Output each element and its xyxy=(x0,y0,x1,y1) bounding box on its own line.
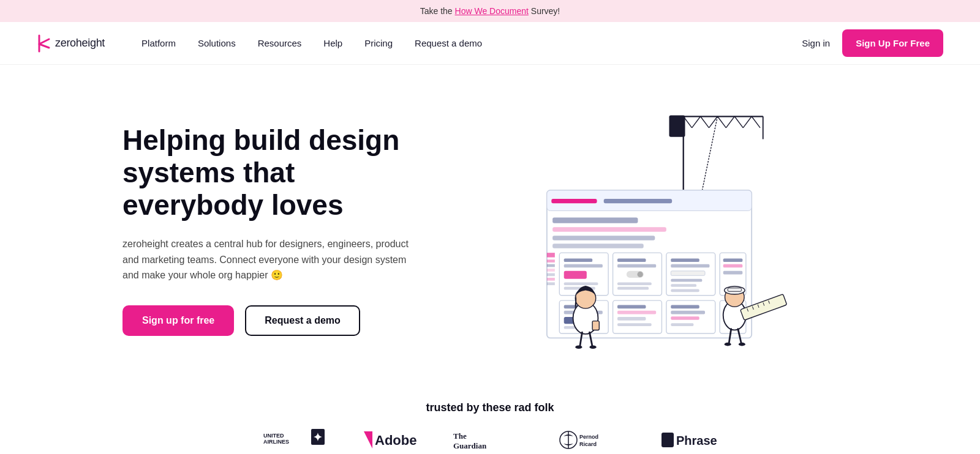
svg-text:UNITED: UNITED xyxy=(263,433,284,439)
hero-buttons: Sign up for free Request a demo xyxy=(123,305,417,336)
svg-line-8 xyxy=(726,116,734,128)
svg-rect-70 xyxy=(671,316,699,320)
illustration-svg xyxy=(490,108,809,352)
svg-rect-42 xyxy=(617,264,656,268)
trusted-section: trusted by these rad folk UNITED AIRLINE… xyxy=(0,383,980,454)
nav-item-solutions[interactable]: Solutions xyxy=(198,38,236,48)
svg-rect-50 xyxy=(671,279,702,282)
svg-rect-52 xyxy=(671,289,699,292)
svg-line-10 xyxy=(743,116,752,128)
svg-rect-37 xyxy=(564,264,603,268)
navbar: zeroheight Platform Solutions Resources … xyxy=(0,22,980,65)
svg-line-7 xyxy=(717,116,726,128)
logo[interactable]: zeroheight xyxy=(37,34,105,53)
logo-text: zeroheight xyxy=(55,37,105,50)
svg-rect-27 xyxy=(547,264,555,267)
svg-rect-55 xyxy=(723,271,743,275)
nav-item-resources[interactable]: Resources xyxy=(258,38,302,48)
brand-guardian: The Guardian xyxy=(453,429,521,451)
logos-row: UNITED AIRLINES ✦ Adobe The Guardian xyxy=(37,429,943,451)
svg-rect-65 xyxy=(617,311,656,314)
svg-rect-51 xyxy=(671,284,696,287)
svg-line-4 xyxy=(692,116,701,128)
svg-rect-23 xyxy=(552,236,655,240)
banner-text-after: Survey! xyxy=(529,6,560,16)
nav-item-platform[interactable]: Platform xyxy=(141,38,176,48)
svg-rect-19 xyxy=(551,199,597,203)
svg-rect-104 xyxy=(662,433,674,447)
nav-links: Platform Solutions Resources Help Pricin… xyxy=(141,38,802,48)
svg-rect-38 xyxy=(564,271,587,279)
svg-text:Ricard: Ricard xyxy=(579,441,597,447)
svg-line-12 xyxy=(701,116,718,199)
svg-rect-45 xyxy=(617,282,652,285)
svg-rect-46 xyxy=(617,287,649,290)
svg-rect-64 xyxy=(617,305,646,309)
svg-rect-25 xyxy=(547,253,555,257)
svg-text:The: The xyxy=(453,431,467,441)
svg-rect-31 xyxy=(547,282,555,285)
svg-text:Phrase: Phrase xyxy=(676,434,717,447)
nav-item-help[interactable]: Help xyxy=(323,38,342,48)
svg-rect-47 xyxy=(671,258,699,262)
svg-rect-53 xyxy=(723,258,743,262)
svg-rect-49 xyxy=(671,271,705,275)
svg-text:✦: ✦ xyxy=(313,431,322,444)
hero-illustration xyxy=(417,102,882,359)
brand-united: UNITED AIRLINES ✦ xyxy=(263,429,325,451)
svg-rect-21 xyxy=(552,218,638,223)
hero-section: Helping build design systems that everyb… xyxy=(0,65,980,383)
svg-point-77 xyxy=(590,346,597,349)
svg-rect-22 xyxy=(552,227,666,231)
hero-description: zeroheight creates a central hub for des… xyxy=(123,236,417,283)
hero-signup-button[interactable]: Sign up for free xyxy=(123,305,234,336)
svg-rect-71 xyxy=(671,323,693,326)
svg-rect-54 xyxy=(723,264,743,268)
top-banner: Take the How We Document Survey! xyxy=(0,0,980,22)
trusted-title: trusted by these rad folk xyxy=(37,401,943,414)
svg-text:Pernod: Pernod xyxy=(579,434,598,440)
nav-item-request-demo[interactable]: Request a demo xyxy=(415,38,482,48)
svg-rect-41 xyxy=(617,258,646,262)
svg-rect-16 xyxy=(669,115,685,136)
svg-rect-48 xyxy=(671,264,709,268)
svg-rect-39 xyxy=(564,282,598,285)
nav-actions: Sign in Sign Up For Free xyxy=(802,29,943,57)
svg-rect-36 xyxy=(564,258,592,262)
svg-rect-66 xyxy=(617,317,646,321)
svg-line-11 xyxy=(752,116,760,128)
logo-icon xyxy=(37,34,51,53)
banner-link[interactable]: How We Document xyxy=(455,6,529,16)
svg-point-76 xyxy=(575,346,582,349)
nav-item-pricing[interactable]: Pricing xyxy=(364,38,393,48)
svg-line-9 xyxy=(734,116,743,128)
svg-rect-68 xyxy=(671,305,699,309)
svg-rect-78 xyxy=(592,321,599,330)
banner-text-before: Take the xyxy=(420,6,455,16)
svg-text:Adobe: Adobe xyxy=(375,433,417,448)
hero-title: Helping build design systems that everyb… xyxy=(123,124,417,221)
svg-rect-69 xyxy=(671,311,705,314)
brand-adobe: Adobe xyxy=(361,429,417,451)
brand-pernod: Pernod Ricard xyxy=(557,429,625,451)
svg-text:Guardian: Guardian xyxy=(453,441,487,450)
svg-rect-30 xyxy=(547,278,555,281)
svg-rect-29 xyxy=(547,274,555,277)
svg-rect-28 xyxy=(547,269,555,272)
svg-rect-82 xyxy=(728,288,741,292)
sign-in-link[interactable]: Sign in xyxy=(802,38,830,48)
brand-phrase: Phrase xyxy=(662,429,717,451)
svg-rect-20 xyxy=(604,199,672,203)
svg-text:AIRLINES: AIRLINES xyxy=(263,439,289,445)
signup-button-nav[interactable]: Sign Up For Free xyxy=(842,29,943,57)
svg-rect-67 xyxy=(617,323,652,326)
svg-rect-24 xyxy=(552,244,644,248)
svg-point-44 xyxy=(638,272,643,277)
svg-point-85 xyxy=(725,343,731,346)
hero-content: Helping build design systems that everyb… xyxy=(123,124,417,335)
hero-demo-button[interactable]: Request a demo xyxy=(245,305,360,336)
svg-line-5 xyxy=(701,116,709,128)
svg-rect-26 xyxy=(547,259,555,262)
svg-point-86 xyxy=(739,343,745,346)
